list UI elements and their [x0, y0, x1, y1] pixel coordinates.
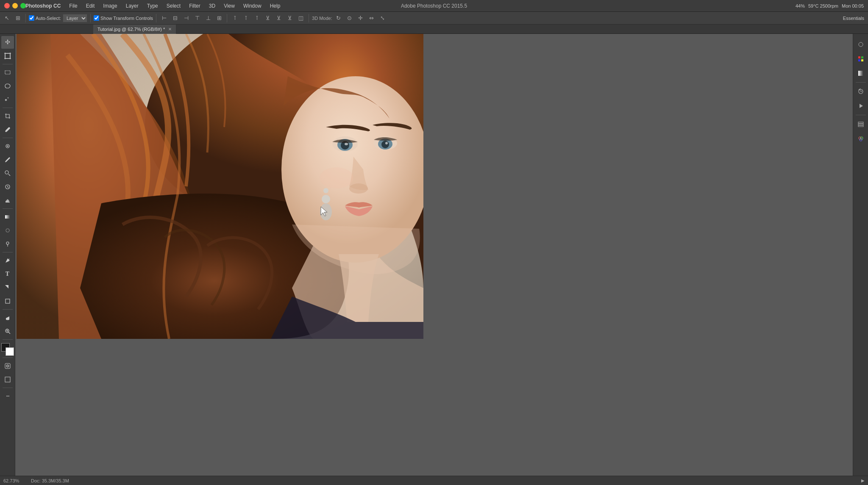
auto-select-dropdown[interactable]: Layer — [63, 14, 87, 22]
svg-rect-43 — [858, 59, 860, 61]
dodge-tool-btn[interactable] — [1, 238, 14, 250]
status-bar: 62.73% Doc: 35.3M/35.3M ▶ — [0, 476, 868, 485]
separator-3 — [156, 14, 156, 22]
svg-point-30 — [345, 143, 348, 145]
clone-tool-btn[interactable] — [1, 167, 14, 180]
title-bar: Photoshop CC File Edit Image Layer Type … — [0, 0, 868, 12]
align-center-h-btn[interactable]: ⊟ — [170, 14, 180, 23]
history-brush-btn[interactable] — [1, 180, 14, 193]
menu-edit[interactable]: Edit — [82, 0, 99, 12]
status-arrow-btn[interactable]: ▶ — [861, 478, 865, 483]
channels-panel-btn[interactable] — [854, 132, 867, 145]
svg-rect-42 — [861, 56, 863, 58]
align-right-btn[interactable]: ⊣ — [181, 14, 191, 23]
distribute-right-btn[interactable]: ⊺ — [252, 14, 262, 23]
blur-tool-btn[interactable] — [1, 224, 14, 237]
color-panel-btn[interactable] — [854, 38, 867, 51]
distribute-center-btn[interactable]: ⊺ — [241, 14, 250, 23]
svg-point-14 — [6, 242, 9, 244]
menu-type[interactable]: Type — [143, 0, 162, 12]
align-left-btn[interactable]: ⊢ — [159, 14, 169, 23]
marquee-tool-btn[interactable] — [1, 66, 14, 79]
menu-image[interactable]: Image — [99, 0, 121, 12]
svg-point-33 — [381, 141, 389, 148]
shape-tool-btn[interactable] — [1, 295, 14, 308]
options-bar: ↖ ⊞ Auto-Select: Layer Show Transform Co… — [0, 12, 868, 25]
menu-window[interactable]: Window — [239, 0, 266, 12]
menu-select[interactable]: Select — [162, 0, 185, 12]
distribute-top-btn[interactable]: ⊻ — [263, 14, 273, 23]
eyedropper-tool-btn[interactable] — [1, 123, 14, 136]
menu-view[interactable]: View — [220, 0, 239, 12]
crop-tool-btn[interactable] — [1, 110, 14, 122]
gradients-panel-btn[interactable] — [854, 67, 867, 80]
menu-filter[interactable]: Filter — [185, 0, 205, 12]
tool-sep-9 — [3, 388, 13, 388]
svg-point-13 — [6, 229, 9, 232]
transform-btn[interactable]: ⊞ — [13, 14, 22, 23]
path-select-btn[interactable] — [1, 281, 14, 294]
app-name[interactable]: Photoshop CC — [21, 0, 65, 12]
distribute-middle-btn[interactable]: ⊻ — [274, 14, 284, 23]
menu-file[interactable]: File — [65, 0, 81, 12]
3d-mode-label: 3D Mode: — [312, 16, 332, 21]
transform-controls-checkbox[interactable] — [94, 15, 99, 21]
separator-1 — [25, 14, 26, 22]
temp-status: 59°C 2500rpm — [808, 3, 838, 8]
background-swatch[interactable] — [6, 347, 14, 356]
pen-tool-btn[interactable] — [1, 254, 14, 267]
spot-heal-tool-btn[interactable] — [1, 140, 14, 152]
type-tool-btn[interactable]: T — [1, 268, 14, 280]
brush-tool-btn[interactable] — [1, 153, 14, 166]
doc-tab[interactable]: Tutorial.jpg @ 62.7% (RGB/8#) * — [93, 25, 176, 34]
align-top-btn[interactable]: ⊤ — [192, 14, 202, 23]
distribute-left-btn[interactable]: ⊺ — [230, 14, 239, 23]
align-bottom-btn[interactable]: ⊞ — [214, 14, 224, 23]
essentials-btn[interactable]: Essentials — [841, 14, 866, 23]
tool-sep-2 — [3, 108, 13, 108]
3d-roll-btn[interactable]: ⊙ — [345, 14, 354, 23]
extras-btn[interactable]: ··· — [1, 390, 14, 402]
actions-panel-btn[interactable] — [854, 100, 867, 112]
3d-scale-btn[interactable]: ⤡ — [378, 14, 387, 23]
svg-point-9 — [5, 171, 8, 174]
zoom-tool-btn[interactable] — [1, 325, 14, 338]
move-tool-btn[interactable] — [1, 36, 14, 49]
canvas-area[interactable] — [15, 34, 853, 476]
layers-panel-btn[interactable] — [854, 118, 867, 130]
distribute-bottom-btn[interactable]: ⊻ — [285, 14, 295, 23]
3d-slide-btn[interactable]: ⇔ — [367, 14, 376, 23]
artboard-tool-btn[interactable] — [1, 50, 14, 62]
menu-layer[interactable]: Layer — [122, 0, 143, 12]
portrait-svg — [17, 34, 423, 339]
svg-rect-41 — [858, 56, 860, 58]
canvas-container — [17, 34, 423, 339]
tool-sep-6 — [3, 309, 13, 310]
svg-rect-5 — [5, 71, 10, 74]
move-arrow-btn[interactable]: ↖ — [2, 14, 11, 23]
doc-tab-bar: Tutorial.jpg @ 62.7% (RGB/8#) * — [0, 25, 868, 34]
history-panel-btn[interactable] — [854, 85, 867, 98]
gradient-tool-btn[interactable] — [1, 211, 14, 223]
auto-align-btn[interactable]: ◫ — [296, 14, 306, 23]
svg-rect-0 — [5, 53, 10, 58]
magic-wand-tool-btn[interactable] — [1, 93, 14, 106]
3d-pan-btn[interactable]: ✛ — [356, 14, 365, 23]
tool-sep-3 — [3, 138, 13, 138]
swatches-panel-btn[interactable] — [854, 53, 867, 65]
svg-rect-44 — [861, 59, 863, 61]
tool-sep-5 — [3, 252, 13, 252]
align-center-v-btn[interactable]: ⊥ — [203, 14, 213, 23]
hand-tool-btn[interactable] — [1, 311, 14, 324]
3d-rotate-btn[interactable]: ↻ — [334, 14, 343, 23]
eraser-tool-btn[interactable] — [1, 194, 14, 207]
screen-mode-btn[interactable] — [1, 373, 14, 386]
color-swatches[interactable] — [1, 343, 14, 356]
lasso-tool-btn[interactable] — [1, 80, 14, 92]
auto-select-checkbox[interactable] — [29, 15, 34, 21]
quick-mask-btn[interactable] — [1, 360, 14, 372]
svg-point-34 — [385, 142, 388, 144]
menu-help[interactable]: Help — [266, 0, 285, 12]
menu-bar: Photoshop CC File Edit Image Layer Type … — [0, 0, 868, 12]
menu-3d[interactable]: 3D — [205, 0, 220, 12]
